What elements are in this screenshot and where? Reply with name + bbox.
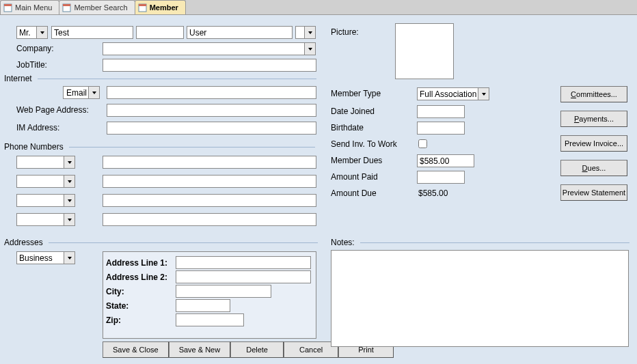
phone-type-4-combo[interactable]: [16, 213, 75, 226]
company-combo[interactable]: [103, 42, 316, 55]
phone-type-4-input[interactable]: [16, 213, 64, 226]
address-type-combo[interactable]: [16, 251, 75, 264]
birthdate-label: Birthdate: [331, 123, 364, 132]
underline-letter: D: [582, 164, 588, 172]
dues-button[interactable]: Dues...: [560, 160, 627, 176]
phone-type-3-combo[interactable]: [16, 194, 75, 207]
zip-input[interactable]: [176, 313, 244, 326]
first-name-input[interactable]: [51, 26, 133, 39]
datejoined-input[interactable]: [417, 105, 465, 118]
phone-4-input[interactable]: [103, 213, 316, 226]
state-label: State:: [106, 301, 176, 311]
notes-textarea[interactable]: [331, 250, 629, 347]
im-label: IM Address:: [16, 123, 59, 132]
webpage-input[interactable]: [107, 104, 316, 117]
tab-member[interactable]: Member: [135, 0, 186, 14]
phone-type-2-combo[interactable]: [16, 175, 75, 188]
jobtitle-input[interactable]: [103, 59, 316, 72]
company-label: Company:: [16, 44, 54, 53]
amountdue-value: $585.00: [418, 188, 448, 198]
dropdown-icon[interactable]: [64, 175, 75, 188]
city-label: City:: [106, 287, 176, 296]
button-rest: ues...: [588, 164, 606, 172]
dropdown-icon[interactable]: [304, 26, 316, 39]
section-rule: [69, 147, 315, 148]
addr2-input[interactable]: [176, 270, 311, 283]
memberdues-label: Member Dues: [331, 156, 382, 165]
last-name-input[interactable]: [187, 26, 293, 39]
tab-member-search[interactable]: Member Search: [59, 0, 135, 14]
address-type-input[interactable]: [16, 251, 64, 264]
picture-box[interactable]: [395, 23, 454, 79]
sendinvwork-label: Send Inv. To Work: [331, 139, 397, 149]
phone-3-input[interactable]: [103, 194, 316, 207]
tab-label: Member Search: [74, 3, 127, 12]
sendinvwork-checkbox[interactable]: [418, 139, 427, 148]
amountpaid-label: Amount Paid: [331, 172, 378, 182]
email-type-input[interactable]: [63, 86, 89, 99]
name-prefix-combo[interactable]: [16, 26, 48, 39]
name-suffix-input[interactable]: [295, 26, 305, 39]
dropdown-icon[interactable]: [64, 156, 75, 169]
phone-2-input[interactable]: [103, 175, 316, 188]
name-prefix-input[interactable]: [16, 26, 37, 39]
tab-label: Member: [150, 3, 178, 12]
dropdown-icon[interactable]: [64, 213, 75, 226]
phone-type-2-input[interactable]: [16, 175, 64, 188]
svg-rect-5: [139, 4, 146, 6]
member-form: Company: JobTitle: Internet Web Page Add…: [0, 15, 637, 364]
section-notes: Notes:: [331, 238, 355, 247]
membertype-input[interactable]: [417, 87, 478, 100]
save-close-button[interactable]: Save & Close: [103, 341, 169, 358]
memberdues-input[interactable]: [417, 154, 474, 167]
membertype-combo[interactable]: [417, 87, 489, 100]
zip-label: Zip:: [106, 316, 176, 325]
section-rule: [49, 242, 318, 243]
addr2-label: Address Line 2:: [106, 272, 176, 282]
dropdown-icon[interactable]: [88, 86, 100, 99]
section-phone: Phone Numbers: [4, 142, 64, 152]
im-input[interactable]: [107, 122, 316, 135]
preview-statement-button[interactable]: Preview Statement: [560, 184, 627, 201]
dropdown-icon[interactable]: [478, 87, 489, 100]
company-input[interactable]: [103, 42, 305, 55]
phone-type-1-combo[interactable]: [16, 156, 75, 169]
tab-main-menu[interactable]: Main Menu: [0, 0, 59, 14]
city-input[interactable]: [176, 285, 271, 298]
webpage-label: Web Page Address:: [16, 105, 89, 115]
birthdate-input[interactable]: [417, 122, 465, 135]
dropdown-icon[interactable]: [64, 251, 75, 264]
phone-1-input[interactable]: [103, 156, 316, 169]
section-internet: Internet: [4, 74, 32, 83]
payments-button[interactable]: Payments...: [560, 111, 627, 127]
amountpaid-input[interactable]: [417, 171, 465, 184]
section-rule: [360, 242, 629, 243]
form-icon: [62, 3, 71, 12]
tab-bar: Main Menu Member Search Member: [0, 0, 637, 15]
save-new-button[interactable]: Save & New: [169, 341, 231, 358]
button-rest: ayments...: [579, 115, 614, 123]
middle-name-input[interactable]: [136, 26, 184, 39]
datejoined-label: Date Joined: [331, 107, 375, 116]
dropdown-icon[interactable]: [36, 26, 48, 39]
state-input[interactable]: [176, 299, 230, 312]
jobtitle-label: JobTitle:: [16, 60, 47, 70]
addr1-input[interactable]: [176, 256, 311, 269]
phone-type-1-input[interactable]: [16, 156, 64, 169]
section-addresses: Addresses: [4, 238, 43, 247]
phone-type-3-input[interactable]: [16, 194, 64, 207]
tab-label: Main Menu: [15, 3, 52, 12]
committees-button[interactable]: Committees...: [560, 86, 627, 102]
button-rest: ommittees...: [576, 90, 617, 98]
email-type-combo[interactable]: [63, 86, 100, 99]
delete-button[interactable]: Delete: [230, 341, 284, 358]
dropdown-icon[interactable]: [64, 194, 75, 207]
email-input[interactable]: [107, 86, 316, 99]
svg-rect-3: [63, 4, 70, 6]
name-suffix-combo[interactable]: [295, 26, 316, 39]
section-rule: [38, 79, 316, 79]
dropdown-icon[interactable]: [304, 42, 316, 55]
svg-rect-1: [4, 4, 12, 6]
preview-invoice-button[interactable]: Preview Invoice...: [560, 135, 627, 152]
membertype-label: Member Type: [331, 89, 381, 98]
